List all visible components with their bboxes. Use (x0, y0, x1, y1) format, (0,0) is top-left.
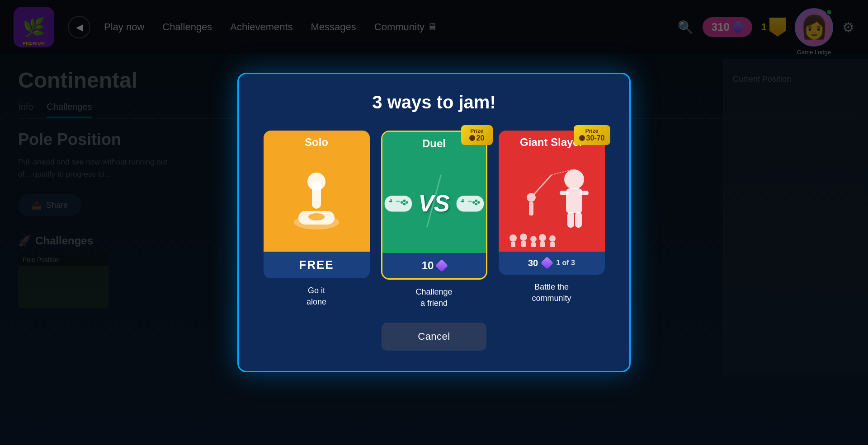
duel-card[interactable]: Prize 20 Duel (381, 131, 487, 309)
giant-gem-icon (541, 257, 553, 269)
svg-rect-5 (384, 196, 412, 212)
giant-card-inner: Prize 30-70 Giant Slayer (499, 131, 605, 275)
gamepad1-icon (382, 191, 414, 215)
solo-card-desc: Go italone (264, 285, 370, 308)
duel-card-desc: Challengea friend (381, 286, 487, 309)
svg-rect-24 (580, 191, 589, 195)
giant-prize-value: 30-70 (579, 134, 605, 142)
giant-card[interactable]: Prize 30-70 Giant Slayer (499, 131, 605, 309)
svg-rect-25 (567, 212, 574, 228)
cancel-button[interactable]: Cancel (382, 323, 486, 351)
svg-point-19 (475, 203, 477, 206)
svg-rect-20 (467, 201, 472, 202)
duel-card-wrapper: Prize 20 Duel (381, 131, 487, 280)
duel-prize-value: 20 (467, 134, 487, 142)
svg-line-39 (531, 175, 552, 197)
svg-rect-23 (560, 191, 569, 195)
duel-card-inner: Duel (382, 132, 486, 278)
svg-rect-32 (531, 242, 536, 247)
duel-gem-icon (435, 259, 448, 272)
solo-card-footer: FREE (264, 252, 370, 278)
giant-prize-badge: Prize 30-70 (574, 131, 605, 145)
gamepad2-icon (454, 191, 486, 215)
svg-rect-13 (456, 196, 484, 212)
solo-card-title: Solo (264, 136, 370, 149)
giant-prize-label: Prize (579, 131, 605, 134)
svg-point-4 (308, 213, 325, 220)
giant-footer-cost: 30 1 of 3 (499, 258, 605, 268)
svg-point-10 (401, 201, 403, 204)
svg-rect-38 (529, 202, 533, 215)
svg-rect-34 (540, 241, 545, 247)
duel-prize-badge: Prize 20 (461, 125, 493, 145)
giant-prize-coin-icon (579, 135, 585, 141)
solo-free-label: FREE (264, 258, 370, 272)
solo-card-body (264, 152, 370, 252)
svg-point-17 (477, 201, 480, 204)
svg-rect-15 (462, 199, 463, 202)
duel-footer-cost: 10 (382, 259, 486, 272)
svg-rect-30 (521, 241, 526, 247)
svg-point-18 (472, 201, 475, 204)
svg-point-3 (307, 173, 326, 191)
svg-point-8 (403, 200, 406, 202)
duel-card-body: VS (382, 154, 486, 253)
modal-overlay[interactable]: 3 ways to jam! Solo (0, 0, 868, 445)
modal: 3 ways to jam! Solo (237, 73, 631, 372)
svg-point-33 (539, 234, 546, 241)
modal-title: 3 ways to jam! (259, 92, 609, 112)
svg-rect-7 (390, 199, 392, 202)
svg-point-35 (549, 235, 556, 242)
vs-layout: VS (382, 190, 486, 217)
solo-card-inner: Solo (264, 131, 370, 278)
svg-point-29 (520, 234, 527, 241)
solo-card-header: Solo (264, 131, 370, 152)
duel-card-footer: 10 (382, 253, 486, 278)
svg-point-31 (530, 236, 537, 242)
duel-prize-coin-icon (469, 135, 475, 141)
giant-of-text: 1 of 3 (556, 259, 575, 267)
svg-rect-28 (511, 242, 515, 247)
cards-row: Solo (259, 131, 609, 309)
cancel-btn-row: Cancel (259, 323, 609, 351)
svg-point-9 (406, 201, 408, 204)
solo-card[interactable]: Solo (264, 131, 370, 309)
joystick-icon (289, 173, 344, 231)
svg-point-11 (403, 203, 406, 206)
svg-point-21 (564, 169, 584, 189)
svg-point-27 (509, 234, 517, 242)
duel-prize-label: Prize (467, 128, 487, 134)
giant-slayer-icon (506, 161, 597, 247)
svg-rect-36 (550, 242, 555, 247)
giant-card-body (499, 152, 605, 252)
svg-rect-26 (575, 212, 582, 228)
svg-rect-12 (396, 201, 400, 202)
svg-point-16 (475, 200, 477, 202)
giant-card-desc: Battle thecommunity (499, 281, 605, 304)
giant-card-footer: 30 1 of 3 (499, 252, 605, 275)
